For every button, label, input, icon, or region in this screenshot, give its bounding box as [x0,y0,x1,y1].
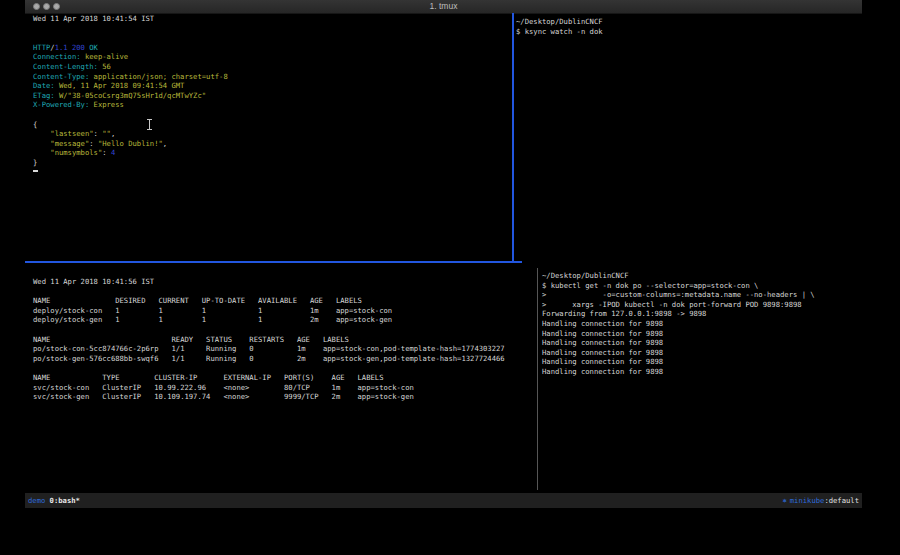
http-header: Connection:keep-alive [33,52,508,62]
services-table: NAME TYPE CLUSTER-IP EXTERNAL-IP PORT(S)… [33,373,533,402]
http-header: Content-Length:56 [33,62,508,72]
pane-http-response[interactable]: Wed 11 Apr 2018 10:41:54 IST HTTP/1.1 20… [33,14,508,168]
json-value: "Hello Dublin!" [98,139,163,148]
json-value: "" [102,129,111,138]
http-protocol: HTTP [33,43,50,52]
header-name: Content-Length: [33,62,98,71]
json-indent [33,148,50,157]
header-value: keep-alive [85,52,128,61]
timestamp: Wed 11 Apr 2018 10:41:54 IST [33,14,508,24]
pane-port-forward[interactable]: ~/Desktop/DublinCNCF $ kubectl get -n do… [542,271,860,377]
header-name: ETag: [33,91,55,100]
json-entry: "numsymbols": 4 [33,148,508,158]
json-colon: : [102,148,111,157]
blank-line [33,110,508,120]
http-version-code: 1.1 200 [55,43,85,52]
json-indent [33,129,50,138]
json-comma: , [111,129,115,138]
pane-kubectl-watch[interactable]: Wed 11 Apr 2018 10:41:56 IST NAME DESIRE… [33,277,533,402]
titlebar[interactable]: 1. tmux [25,0,862,14]
kube-status: ⎈ minikube :default [782,496,859,505]
header-name: Connection: [33,52,81,61]
ibeam-serif [147,129,152,130]
http-header: ETag:W/"38-05coCsrg3mQ75sHr1d/qcMTwYZc" [33,91,508,101]
json-value: 4 [111,148,115,157]
json-indent [33,139,50,148]
pods-table: NAME READY STATUS RESTARTS AGE LABELS po… [33,335,533,364]
deployments-table: NAME DESIRED CURRENT UP-TO-DATE AVAILABL… [33,296,533,325]
window-title: 1. tmux [25,0,862,13]
pane-divider-horizontal-active[interactable] [25,261,522,263]
json-close-brace: } [33,158,508,168]
http-reason: OK [89,43,98,52]
http-header: X-Powered-By:Express [33,100,508,110]
json-key: "message" [50,139,89,148]
http-header: Date:Wed, 11 Apr 2018 09:41:54 GMT [33,81,508,91]
kube-context: minikube [790,496,825,505]
header-value: Express [94,100,124,109]
json-key: "lastseen" [50,129,93,138]
http-header: Content-Type:application/json; charset=u… [33,72,508,82]
pane-divider-vertical[interactable] [537,268,538,490]
port-forward-output: ~/Desktop/DublinCNCF $ kubectl get -n do… [542,271,860,377]
kubernetes-helm-icon: ⎈ [782,496,786,505]
blank-line [33,287,533,297]
header-name: X-Powered-By: [33,100,89,109]
status-bar: demo 0:bash* ⎈ minikube :default [25,493,862,508]
header-value: application/json; charset=utf-8 [94,72,228,81]
kube-namespace: :default [824,496,859,505]
json-key: "numsymbols" [50,148,102,157]
cwd: ~/Desktop/DublinCNCF [516,17,856,27]
session-name: demo [28,496,45,505]
json-colon: : [94,129,103,138]
pane-divider-vertical-active[interactable] [512,13,514,263]
command: $ ksync watch -n dok [516,27,856,37]
header-value: 56 [102,62,111,71]
header-value: W/"38-05coCsrg3mQ75sHr1d/qcMTwYZc" [59,91,206,100]
blank-line [33,363,533,373]
ibeam-stem [149,120,150,129]
window-tab-bash[interactable]: 0:bash* [50,496,80,505]
terminal-cursor [33,170,38,172]
blank-line [33,24,508,34]
blank-line [33,33,508,43]
blank-line [33,325,533,335]
mouse-ibeam-cursor [146,119,153,130]
http-status-line: HTTP/1.1 200OK [33,43,508,53]
header-value: Wed, 11 Apr 2018 09:41:54 GMT [59,81,185,90]
json-entry: "lastseen": "", [33,129,508,139]
pane-ksync[interactable]: ~/Desktop/DublinCNCF $ ksync watch -n do… [516,17,856,36]
header-name: Date: [33,81,55,90]
json-open-brace: { [33,120,508,130]
screen: 1. tmux Wed 11 Apr 2018 10:41:54 IST HTT… [0,0,900,555]
terminal-window: 1. tmux Wed 11 Apr 2018 10:41:54 IST HTT… [25,0,862,510]
json-entry: "message": "Hello Dublin!", [33,139,508,149]
timestamp: Wed 11 Apr 2018 10:41:56 IST [33,277,533,287]
json-comma: , [163,139,167,148]
json-colon: : [89,139,98,148]
header-name: Content-Type: [33,72,89,81]
